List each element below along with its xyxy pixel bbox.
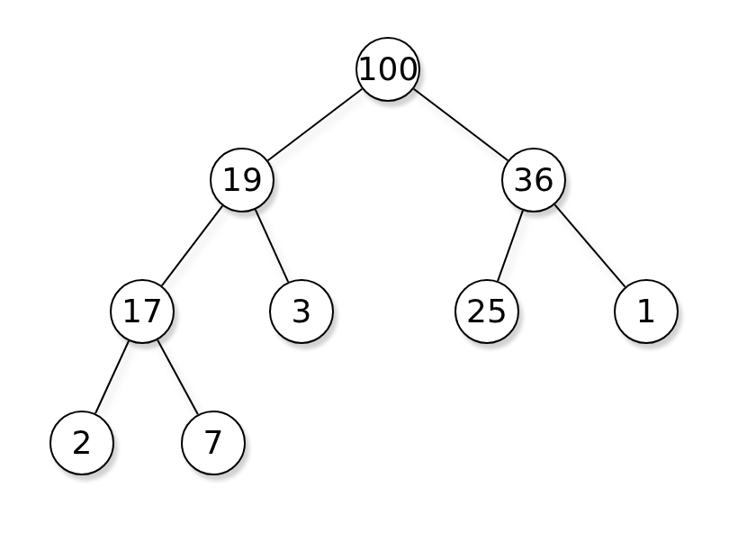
tree-edge: [414, 89, 508, 160]
tree-edge: [95, 341, 129, 414]
tree-node-root: 100: [356, 37, 420, 102]
tree-edge: [158, 340, 198, 415]
tree-node: 17: [110, 279, 175, 344]
tree-diagram: 100 19 36 17 3 25 1 2 7: [0, 0, 756, 560]
tree-edge: [256, 210, 288, 282]
tree-edge: [498, 211, 523, 281]
tree-node: 2: [50, 411, 114, 475]
tree-node: 19: [210, 148, 274, 212]
tree-node: 25: [454, 279, 519, 344]
tree-node: 7: [181, 411, 246, 475]
tree-node: 3: [269, 279, 334, 344]
tree-edge: [162, 206, 222, 286]
tree-node: 36: [501, 148, 566, 212]
tree-node: 1: [614, 279, 679, 344]
tree-edge: [554, 204, 625, 286]
tree-edge: [268, 89, 363, 160]
